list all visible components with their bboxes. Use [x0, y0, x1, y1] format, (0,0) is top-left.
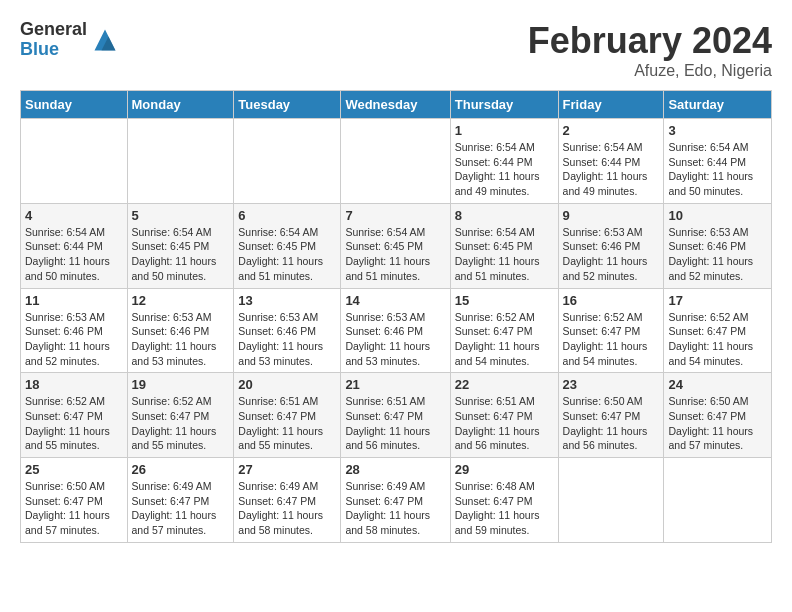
- day-info: Sunrise: 6:53 AM Sunset: 6:46 PM Dayligh…: [132, 310, 230, 369]
- day-info: Sunrise: 6:54 AM Sunset: 6:44 PM Dayligh…: [668, 140, 767, 199]
- day-info: Sunrise: 6:53 AM Sunset: 6:46 PM Dayligh…: [668, 225, 767, 284]
- day-number: 4: [25, 208, 123, 223]
- calendar-cell: 20Sunrise: 6:51 AM Sunset: 6:47 PM Dayli…: [234, 373, 341, 458]
- calendar-week-row: 25Sunrise: 6:50 AM Sunset: 6:47 PM Dayli…: [21, 458, 772, 543]
- calendar-cell: 26Sunrise: 6:49 AM Sunset: 6:47 PM Dayli…: [127, 458, 234, 543]
- day-number: 20: [238, 377, 336, 392]
- calendar-cell: [234, 119, 341, 204]
- day-info: Sunrise: 6:49 AM Sunset: 6:47 PM Dayligh…: [132, 479, 230, 538]
- day-number: 7: [345, 208, 445, 223]
- calendar-cell: 1Sunrise: 6:54 AM Sunset: 6:44 PM Daylig…: [450, 119, 558, 204]
- calendar-cell: 17Sunrise: 6:52 AM Sunset: 6:47 PM Dayli…: [664, 288, 772, 373]
- day-info: Sunrise: 6:52 AM Sunset: 6:47 PM Dayligh…: [25, 394, 123, 453]
- calendar-cell: [664, 458, 772, 543]
- day-number: 6: [238, 208, 336, 223]
- day-number: 15: [455, 293, 554, 308]
- day-number: 8: [455, 208, 554, 223]
- day-number: 17: [668, 293, 767, 308]
- calendar-cell: 2Sunrise: 6:54 AM Sunset: 6:44 PM Daylig…: [558, 119, 664, 204]
- calendar-cell: 23Sunrise: 6:50 AM Sunset: 6:47 PM Dayli…: [558, 373, 664, 458]
- day-info: Sunrise: 6:54 AM Sunset: 6:44 PM Dayligh…: [455, 140, 554, 199]
- calendar-day-header: Thursday: [450, 91, 558, 119]
- calendar-cell: 24Sunrise: 6:50 AM Sunset: 6:47 PM Dayli…: [664, 373, 772, 458]
- day-info: Sunrise: 6:54 AM Sunset: 6:44 PM Dayligh…: [563, 140, 660, 199]
- calendar-week-row: 4Sunrise: 6:54 AM Sunset: 6:44 PM Daylig…: [21, 203, 772, 288]
- calendar-cell: 8Sunrise: 6:54 AM Sunset: 6:45 PM Daylig…: [450, 203, 558, 288]
- day-info: Sunrise: 6:54 AM Sunset: 6:44 PM Dayligh…: [25, 225, 123, 284]
- calendar-cell: [21, 119, 128, 204]
- day-info: Sunrise: 6:49 AM Sunset: 6:47 PM Dayligh…: [238, 479, 336, 538]
- calendar-day-header: Friday: [558, 91, 664, 119]
- day-number: 27: [238, 462, 336, 477]
- logo: General Blue: [20, 20, 119, 60]
- calendar-cell: [341, 119, 450, 204]
- day-number: 16: [563, 293, 660, 308]
- day-number: 23: [563, 377, 660, 392]
- title-block: February 2024 Afuze, Edo, Nigeria: [528, 20, 772, 80]
- calendar-cell: [127, 119, 234, 204]
- calendar-cell: 15Sunrise: 6:52 AM Sunset: 6:47 PM Dayli…: [450, 288, 558, 373]
- day-info: Sunrise: 6:53 AM Sunset: 6:46 PM Dayligh…: [563, 225, 660, 284]
- day-number: 29: [455, 462, 554, 477]
- day-number: 21: [345, 377, 445, 392]
- day-info: Sunrise: 6:48 AM Sunset: 6:47 PM Dayligh…: [455, 479, 554, 538]
- day-info: Sunrise: 6:54 AM Sunset: 6:45 PM Dayligh…: [238, 225, 336, 284]
- calendar-cell: 12Sunrise: 6:53 AM Sunset: 6:46 PM Dayli…: [127, 288, 234, 373]
- calendar-cell: 3Sunrise: 6:54 AM Sunset: 6:44 PM Daylig…: [664, 119, 772, 204]
- calendar-cell: 11Sunrise: 6:53 AM Sunset: 6:46 PM Dayli…: [21, 288, 128, 373]
- calendar-cell: [558, 458, 664, 543]
- calendar-week-row: 11Sunrise: 6:53 AM Sunset: 6:46 PM Dayli…: [21, 288, 772, 373]
- day-info: Sunrise: 6:50 AM Sunset: 6:47 PM Dayligh…: [563, 394, 660, 453]
- day-info: Sunrise: 6:54 AM Sunset: 6:45 PM Dayligh…: [455, 225, 554, 284]
- logo-icon: [91, 26, 119, 54]
- day-number: 22: [455, 377, 554, 392]
- day-info: Sunrise: 6:50 AM Sunset: 6:47 PM Dayligh…: [668, 394, 767, 453]
- calendar-cell: 9Sunrise: 6:53 AM Sunset: 6:46 PM Daylig…: [558, 203, 664, 288]
- day-info: Sunrise: 6:52 AM Sunset: 6:47 PM Dayligh…: [455, 310, 554, 369]
- location-title: Afuze, Edo, Nigeria: [528, 62, 772, 80]
- calendar-cell: 13Sunrise: 6:53 AM Sunset: 6:46 PM Dayli…: [234, 288, 341, 373]
- day-number: 28: [345, 462, 445, 477]
- day-number: 5: [132, 208, 230, 223]
- calendar-cell: 18Sunrise: 6:52 AM Sunset: 6:47 PM Dayli…: [21, 373, 128, 458]
- day-info: Sunrise: 6:50 AM Sunset: 6:47 PM Dayligh…: [25, 479, 123, 538]
- calendar-cell: 22Sunrise: 6:51 AM Sunset: 6:47 PM Dayli…: [450, 373, 558, 458]
- day-info: Sunrise: 6:52 AM Sunset: 6:47 PM Dayligh…: [563, 310, 660, 369]
- day-number: 1: [455, 123, 554, 138]
- day-number: 13: [238, 293, 336, 308]
- calendar-cell: 29Sunrise: 6:48 AM Sunset: 6:47 PM Dayli…: [450, 458, 558, 543]
- calendar-cell: 14Sunrise: 6:53 AM Sunset: 6:46 PM Dayli…: [341, 288, 450, 373]
- logo-blue-text: Blue: [20, 40, 87, 60]
- calendar-cell: 25Sunrise: 6:50 AM Sunset: 6:47 PM Dayli…: [21, 458, 128, 543]
- calendar-day-header: Saturday: [664, 91, 772, 119]
- day-number: 11: [25, 293, 123, 308]
- day-number: 19: [132, 377, 230, 392]
- day-number: 9: [563, 208, 660, 223]
- calendar-cell: 7Sunrise: 6:54 AM Sunset: 6:45 PM Daylig…: [341, 203, 450, 288]
- day-info: Sunrise: 6:54 AM Sunset: 6:45 PM Dayligh…: [345, 225, 445, 284]
- calendar-cell: 27Sunrise: 6:49 AM Sunset: 6:47 PM Dayli…: [234, 458, 341, 543]
- calendar-cell: 6Sunrise: 6:54 AM Sunset: 6:45 PM Daylig…: [234, 203, 341, 288]
- calendar-table: SundayMondayTuesdayWednesdayThursdayFrid…: [20, 90, 772, 543]
- calendar-cell: 10Sunrise: 6:53 AM Sunset: 6:46 PM Dayli…: [664, 203, 772, 288]
- day-number: 25: [25, 462, 123, 477]
- calendar-cell: 28Sunrise: 6:49 AM Sunset: 6:47 PM Dayli…: [341, 458, 450, 543]
- day-number: 12: [132, 293, 230, 308]
- day-number: 3: [668, 123, 767, 138]
- day-number: 14: [345, 293, 445, 308]
- calendar-week-row: 18Sunrise: 6:52 AM Sunset: 6:47 PM Dayli…: [21, 373, 772, 458]
- day-info: Sunrise: 6:53 AM Sunset: 6:46 PM Dayligh…: [345, 310, 445, 369]
- day-info: Sunrise: 6:51 AM Sunset: 6:47 PM Dayligh…: [455, 394, 554, 453]
- page-header: General Blue February 2024 Afuze, Edo, N…: [20, 20, 772, 80]
- calendar-cell: 21Sunrise: 6:51 AM Sunset: 6:47 PM Dayli…: [341, 373, 450, 458]
- day-info: Sunrise: 6:54 AM Sunset: 6:45 PM Dayligh…: [132, 225, 230, 284]
- day-info: Sunrise: 6:49 AM Sunset: 6:47 PM Dayligh…: [345, 479, 445, 538]
- calendar-day-header: Wednesday: [341, 91, 450, 119]
- day-number: 10: [668, 208, 767, 223]
- month-title: February 2024: [528, 20, 772, 62]
- calendar-cell: 16Sunrise: 6:52 AM Sunset: 6:47 PM Dayli…: [558, 288, 664, 373]
- day-info: Sunrise: 6:51 AM Sunset: 6:47 PM Dayligh…: [345, 394, 445, 453]
- calendar-cell: 4Sunrise: 6:54 AM Sunset: 6:44 PM Daylig…: [21, 203, 128, 288]
- day-number: 18: [25, 377, 123, 392]
- day-info: Sunrise: 6:52 AM Sunset: 6:47 PM Dayligh…: [132, 394, 230, 453]
